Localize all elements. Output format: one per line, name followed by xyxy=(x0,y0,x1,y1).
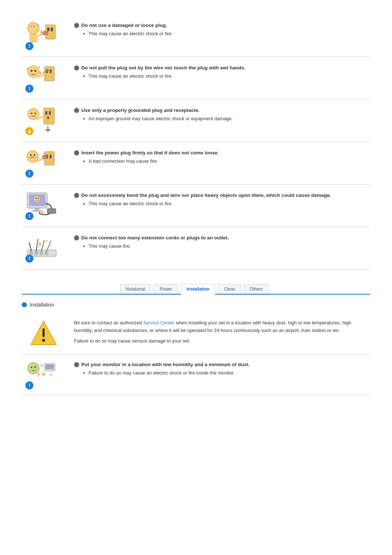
warning-title-humidity: Put your monitor in a location with low … xyxy=(74,362,370,367)
warning-detail-6: This may cause fire. xyxy=(81,243,370,249)
icon-area-4: ! xyxy=(22,149,65,178)
svg-rect-56 xyxy=(40,251,43,255)
svg-text:×: × xyxy=(30,25,32,28)
svg-rect-23 xyxy=(45,111,47,115)
svg-point-62 xyxy=(42,339,45,342)
svg-point-68 xyxy=(42,372,45,376)
tab-sep-1: | xyxy=(151,284,154,294)
svg-point-31 xyxy=(31,113,32,114)
tab-notational[interactable]: Notational xyxy=(120,284,151,294)
exclamation-icon-humidity: ! xyxy=(25,381,33,389)
tab-sep-4: | xyxy=(241,284,244,294)
section-item-insert-plug: ! Insert the power plug firmly so that i… xyxy=(22,142,370,185)
tab-others[interactable]: Others xyxy=(244,284,268,294)
content-1: Do not use a damaged or loose plug. This… xyxy=(74,21,370,38)
svg-point-46 xyxy=(34,196,40,202)
content-2: Do not pull the plug out by the wire nor… xyxy=(74,64,370,80)
svg-point-64 xyxy=(31,366,32,368)
section-item-grounded: ⏚ Use only a properly grounded plug and … xyxy=(22,100,370,142)
svg-rect-73 xyxy=(45,364,54,369)
icon-area-6: ! xyxy=(22,234,65,263)
exclamation-icon-3: ⏚ xyxy=(25,127,33,135)
svg-point-14 xyxy=(28,66,39,77)
installation-caution-item: Be sure to contact an authorized Service… xyxy=(22,313,370,355)
icon-area-humidity: ! xyxy=(22,360,65,389)
bullet-6 xyxy=(74,235,79,240)
svg-point-47 xyxy=(36,198,37,199)
icon-area-2: ! xyxy=(22,64,65,93)
bend-plug-icon: ! xyxy=(25,191,62,220)
tab-sep-2: | xyxy=(177,284,181,294)
warning-detail-3: An improper ground may cause electric sh… xyxy=(81,116,370,121)
installation-failure-para: Failure to do so may cause serious damag… xyxy=(74,337,370,345)
power-section: × × ! xyxy=(22,15,370,270)
svg-point-70 xyxy=(49,373,52,376)
icon-area-3: ⏚ xyxy=(22,106,65,135)
svg-point-66 xyxy=(40,364,43,367)
extension-cords-icon: ! xyxy=(25,234,62,263)
svg-rect-24 xyxy=(49,111,51,115)
icon-area-1: × × ! xyxy=(22,21,65,50)
svg-rect-61 xyxy=(42,328,45,337)
installation-title: Installation xyxy=(30,302,54,308)
warning-detail-humidity: Failure to do so may cause an electric s… xyxy=(81,370,370,376)
section-item-bend-plug: ! Do not excessively bend the plug and w… xyxy=(22,185,370,227)
tab-sep-3: | xyxy=(215,284,219,294)
svg-rect-25 xyxy=(47,116,49,119)
bullet-3 xyxy=(74,108,79,113)
svg-point-65 xyxy=(34,366,36,368)
warning-detail-5: This may cause an electric shock or fire… xyxy=(81,201,370,206)
svg-point-15 xyxy=(27,68,29,70)
tab-power[interactable]: Power xyxy=(154,284,177,294)
warning-title-4: Insert the power plug firmly so that it … xyxy=(74,150,370,155)
grounded-plug-icon: ⏚ xyxy=(25,106,62,135)
tab-clean[interactable]: Clean xyxy=(219,284,241,294)
svg-point-16 xyxy=(38,66,40,68)
icon-area-caution xyxy=(22,319,65,348)
content-humidity: Put your monitor in a location with low … xyxy=(74,360,370,377)
service-center-link[interactable]: Service Center xyxy=(143,320,175,325)
installation-caution-para: Be sure to contact an authorized Service… xyxy=(74,319,370,335)
svg-point-30 xyxy=(28,109,39,119)
installation-item-low-humidity: ! Put your monitor in a location with lo… xyxy=(22,355,370,396)
content-5: Do not excessively bend the plug and wir… xyxy=(74,191,370,208)
svg-rect-55 xyxy=(35,251,38,255)
svg-rect-57 xyxy=(45,251,48,255)
tab-installation[interactable]: Installation xyxy=(181,284,215,295)
svg-point-6 xyxy=(37,24,39,27)
svg-marker-59 xyxy=(45,239,48,244)
svg-rect-50 xyxy=(32,210,42,212)
svg-marker-58 xyxy=(38,241,41,249)
svg-rect-43 xyxy=(42,155,47,159)
bullet-4 xyxy=(74,150,79,155)
warning-detail-2: This may cause an electric shock or fire… xyxy=(81,73,370,79)
svg-point-18 xyxy=(34,70,36,72)
exclamation-icon-4: ! xyxy=(25,170,33,178)
exclamation-icon-5: ! xyxy=(25,212,33,220)
exclamation-icon-6: ! xyxy=(25,255,33,263)
bullet-humidity xyxy=(74,362,79,367)
damaged-plug-icon: × × ! xyxy=(25,21,62,50)
svg-rect-51 xyxy=(47,208,56,214)
svg-point-63 xyxy=(28,362,39,374)
humidity-icon: ! xyxy=(25,360,62,389)
svg-point-40 xyxy=(29,157,30,159)
svg-point-48 xyxy=(38,198,39,199)
svg-point-39 xyxy=(34,154,35,156)
svg-text:×: × xyxy=(33,25,35,28)
content-4: Insert the power plug firmly so that it … xyxy=(74,149,370,165)
svg-rect-1 xyxy=(47,28,49,31)
content-6: Do not connect too many extension cords … xyxy=(74,234,370,250)
section-item-damaged-plug: × × ! xyxy=(22,15,370,57)
svg-point-37 xyxy=(27,151,38,162)
bullet-2 xyxy=(74,65,79,70)
section-item-pull-plug: ! Do not pull the plug out by the wire n… xyxy=(22,57,370,100)
section-item-extension-cords: ! Do not connect too many extension cord… xyxy=(22,227,370,270)
svg-rect-36 xyxy=(50,155,52,158)
svg-point-41 xyxy=(35,157,36,158)
warning-title-5: Do not excessively bend the plug and wir… xyxy=(74,193,370,198)
svg-rect-7 xyxy=(30,34,37,42)
svg-rect-2 xyxy=(51,28,53,31)
warning-title-2: Do not pull the plug out by the wire nor… xyxy=(74,65,370,70)
nav-tabs-container: Notational | Power | Installation | Clea… xyxy=(22,284,370,295)
